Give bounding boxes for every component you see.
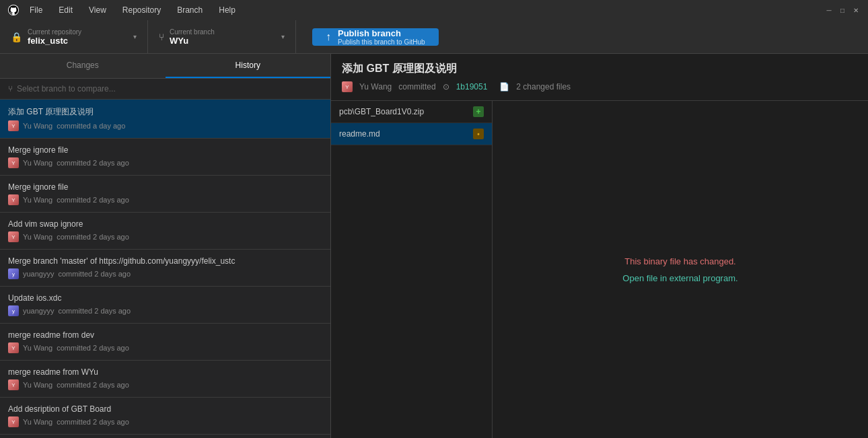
menu-repository[interactable]: Repository [120,4,164,16]
avatar: Y [8,194,19,205]
open-external-link[interactable]: Open file in external program. [622,273,737,283]
commit-title: 添加 GBT 原理图及说明 [342,62,857,76]
menu-branch[interactable]: Branch [174,4,205,16]
commit-message: Add desription of GBT Board [8,404,322,414]
diff-view: This binary file has changed. Open file … [493,101,868,438]
commit-meta: Y Yu Wang committed 2 days ago [8,194,322,205]
branch-info: Current branch WYu [170,28,215,46]
commit-meta: Y Yu Wang committed 2 days ago [8,157,322,168]
commit-item[interactable]: Add vim swap ignore Y Yu Wang committed … [0,213,330,250]
titlebar-menu: File Edit View Repository Branch Help [27,4,238,16]
publish-info: Publish branch Publish this branch to Gi… [338,28,425,46]
commit-time: committed 2 days ago [57,233,129,241]
app-logo [8,5,19,15]
menu-help[interactable]: Help [216,4,238,16]
file-item[interactable]: readme.md • [331,123,492,145]
menu-file[interactable]: File [27,4,45,16]
repo-chevron-icon: ▾ [133,33,137,40]
file-icon: 📄 [499,82,509,92]
commit-author: Yu Wang [23,381,52,389]
publish-sublabel: Publish this branch to GitHub [338,38,425,46]
commit-author: Yu Wang [23,233,52,241]
repo-info: Current repository felix_ustc [28,28,81,46]
commit-time: committed 2 days ago [58,270,131,278]
tab-changes[interactable]: Changes [0,54,166,78]
commit-author: yuangyyy [23,270,54,278]
branch-compare[interactable]: ⑂ Select branch to compare... [0,79,330,100]
commit-author-name: Yu Wang [359,82,392,92]
commit-item[interactable]: Merge ignore file Y Yu Wang committed 2 … [0,139,330,176]
avatar: Y [8,379,19,390]
commit-time: committed 2 days ago [57,159,129,167]
titlebar-left: File Edit View Repository Branch Help [8,4,238,16]
commit-meta: Y Yu Wang committed 2 days ago [8,416,322,427]
commit-item[interactable]: Merge ignore file Y Yu Wang committed 2 … [0,176,330,213]
avatar: Y [8,416,19,427]
publish-section-wrapper: ↑ Publish branch Publish this branch to … [296,20,868,53]
commit-meta: y yuangyyy committed 2 days ago [8,305,322,316]
commit-message: merge readme from dev [8,330,322,340]
commit-message: Merge ignore file [8,182,322,192]
branch-chevron-icon: ▾ [281,33,285,40]
avatar: Y [8,231,19,242]
commit-meta: Y Yu Wang committed 2 days ago [8,342,322,353]
branch-compare-icon: ⑂ [8,84,13,94]
commit-message: Add vim swap ignore [8,219,322,229]
branch-compare-placeholder: Select branch to compare... [17,84,116,94]
commit-item[interactable]: merge readme from dev Y Yu Wang committe… [0,324,330,361]
file-name: readme.md [339,129,380,139]
branch-section[interactable]: ⑂ Current branch WYu ▾ [148,20,296,53]
file-added-badge: + [473,106,484,117]
tabs: Changes History [0,54,330,79]
close-button[interactable]: ✕ [852,6,860,14]
avatar: y [8,305,19,316]
changed-files-count: 2 changed files [516,82,571,92]
commit-meta: Y Yu Wang committed 2 days ago [8,231,322,242]
commit-author: Yu Wang [23,418,52,426]
maximize-button[interactable]: □ [838,6,846,14]
commit-meta: Y Yu Wang committed a day ago [8,120,322,131]
commit-time: committed a day ago [57,122,125,130]
commit-author: Yu Wang [23,159,52,167]
commit-time: committed 2 days ago [57,196,129,204]
avatar: Y [8,342,19,353]
commit-item[interactable]: merge readme from WYu Y Yu Wang committe… [0,361,330,398]
commit-header: 添加 GBT 原理图及说明 Y Yu Wang committed ⊙ 1b19… [331,54,868,101]
avatar: Y [8,120,19,131]
file-name: pcb\GBT_Board1V0.zip [339,107,424,116]
lock-icon: 🔒 [11,32,22,42]
repo-label: Current repository [28,28,81,36]
commit-message: Merge ignore file [8,145,322,155]
commit-author: yuangyyy [23,307,54,315]
commit-time: committed 2 days ago [58,307,131,315]
commit-info: Y Yu Wang committed ⊙ 1b19051 📄 2 change… [342,81,857,92]
file-item[interactable]: pcb\GBT_Board1V0.zip + [331,101,492,123]
repo-name: felix_ustc [28,36,81,46]
menu-view[interactable]: View [86,4,109,16]
commit-item[interactable]: Update ios.xdc y yuangyyy committed 2 da… [0,287,330,324]
repo-section[interactable]: 🔒 Current repository felix_ustc ▾ [0,20,148,53]
tab-history[interactable]: History [166,54,331,78]
publish-button[interactable]: ↑ Publish branch Publish this branch to … [312,28,439,46]
commit-item[interactable]: Merge branch 'master' of https://github.… [0,435,330,438]
commit-time: committed 2 days ago [57,344,129,352]
commit-item[interactable]: 添加 GBT 原理图及说明 Y Yu Wang committed a day … [0,100,330,139]
binary-file-notice: This binary file has changed. [624,256,735,266]
commit-time: committed 2 days ago [57,381,129,389]
commit-hash-link[interactable]: 1b19051 [456,82,488,92]
commit-list: 添加 GBT 原理图及说明 Y Yu Wang committed a day … [0,100,330,438]
titlebar: File Edit View Repository Branch Help ─ … [0,0,868,20]
commit-message: Merge branch 'master' of https://github.… [8,256,322,266]
branch-icon: ⑂ [159,32,164,42]
commit-author: Yu Wang [23,344,52,352]
commit-message: 添加 GBT 原理图及说明 [8,106,322,118]
left-panel: Changes History ⑂ Select branch to compa… [0,54,331,438]
commit-item[interactable]: Add desription of GBT Board Y Yu Wang co… [0,398,330,435]
titlebar-controls: ─ □ ✕ [825,6,860,14]
menu-edit[interactable]: Edit [56,4,75,16]
right-panel: 添加 GBT 原理图及说明 Y Yu Wang committed ⊙ 1b19… [331,54,868,438]
minimize-button[interactable]: ─ [825,6,833,14]
committed-label: committed [398,82,435,92]
branch-name: WYu [170,36,215,46]
commit-item[interactable]: Merge branch 'master' of https://github.… [0,250,330,287]
